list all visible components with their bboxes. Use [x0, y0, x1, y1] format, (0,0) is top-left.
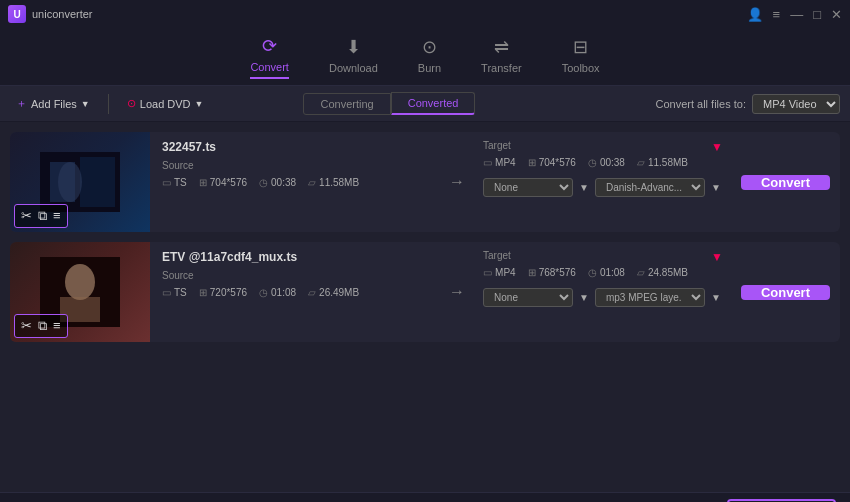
target-size-2: ▱ 24.85MB	[637, 267, 688, 278]
menu-icon[interactable]: ≡	[773, 7, 781, 22]
thumbnail-video-1	[40, 152, 120, 212]
transfer-nav-icon: ⇌	[494, 36, 509, 58]
audio-select-2[interactable]: mp3 MPEG laye...	[595, 288, 705, 307]
app-name: uniconverter	[32, 8, 93, 20]
file-info-1: 322457.ts Source ▭ TS ⊞ 704*576	[150, 132, 441, 232]
svg-point-3	[58, 162, 82, 202]
target-size-icon-2: ▱	[637, 267, 645, 278]
scissors-icon[interactable]: ✂	[19, 207, 34, 225]
size-icon-1: ▱	[308, 177, 316, 188]
target-codec-2: ▭ MP4	[483, 267, 516, 278]
nav-burn[interactable]: ⊙ Burn	[418, 36, 441, 78]
target-dropdown-2[interactable]: ▼	[711, 250, 723, 264]
source-row-2: ▭ TS ⊞ 720*576 ◷ 01:08 ▱	[162, 287, 359, 298]
add-files-arrow-icon: ▼	[81, 99, 90, 109]
subtitles-row-2: None ▼ mp3 MPEG laye... ▼	[483, 288, 721, 307]
load-dvd-button[interactable]: ⊙ Load DVD ▼	[121, 94, 210, 113]
target-size-1: ▱ 11.58MB	[637, 157, 688, 168]
dur-icon-1: ◷	[259, 177, 268, 188]
app-logo: U	[8, 5, 26, 23]
convert-button-2[interactable]: Convert	[741, 285, 830, 300]
title-bar-left: U uniconverter	[8, 5, 93, 23]
dvd-icon: ⊙	[127, 97, 136, 110]
nav-toolbox[interactable]: ⊟ Toolbox	[562, 36, 600, 78]
nav-download[interactable]: ⬇ Download	[329, 36, 378, 78]
title-bar: U uniconverter 👤 ≡ — □ ✕	[0, 0, 850, 28]
subtitles-row-1: None ▼ Danish-Advanc... ▼	[483, 178, 721, 197]
nav-convert-label: Convert	[250, 61, 289, 73]
close-icon[interactable]: ✕	[831, 7, 842, 22]
svg-rect-2	[80, 157, 115, 207]
adjust-icon-2[interactable]: ≡	[51, 317, 63, 335]
source-label-1: Source	[162, 160, 359, 171]
nav-toolbox-label: Toolbox	[562, 62, 600, 74]
size-icon-2: ▱	[308, 287, 316, 298]
file-name-2: ETV @11a7cdf4_mux.ts	[162, 250, 429, 264]
target-codec-1: ▭ MP4	[483, 157, 516, 168]
plus-icon: ＋	[16, 96, 27, 111]
convert-all-to: Convert all files to: MP4 Video	[655, 94, 839, 114]
load-dvd-arrow-icon: ▼	[195, 99, 204, 109]
toolbox-nav-icon: ⊟	[573, 36, 588, 58]
target-area-1: ▼ Target ▭ MP4 ⊞ 704*576 ◷ 00:38 ▱ 11.58…	[473, 132, 731, 232]
crop-icon-2[interactable]: ⧉	[36, 317, 49, 335]
target-label-1: Target	[483, 140, 721, 151]
thumbnail-area-2: ✂ ⧉ ≡	[10, 242, 150, 342]
file-item-2: ✂ ⧉ ≡ ETV @11a7cdf4_mux.ts Source ▭ TS ⊞	[10, 242, 840, 342]
target-dropdown-1[interactable]: ▼	[711, 140, 723, 154]
target-res-2: ⊞ 768*576	[528, 267, 576, 278]
user-icon[interactable]: 👤	[747, 7, 763, 22]
target-codec-icon-1: ▭	[483, 157, 492, 168]
target-res-icon-2: ⊞	[528, 267, 536, 278]
toolbar-separator	[108, 94, 109, 114]
arrow-2: →	[441, 242, 473, 342]
adjust-icon[interactable]: ≡	[51, 207, 63, 225]
target-res-icon-1: ⊞	[528, 157, 536, 168]
target-dur-2: ◷ 01:08	[588, 267, 625, 278]
target-codec-icon-2: ▭	[483, 267, 492, 278]
file-item: ✂ ⧉ ≡ 322457.ts Source ▭ TS ⊞	[10, 132, 840, 232]
source-size-2: ▱ 26.49MB	[308, 287, 359, 298]
minimize-icon[interactable]: —	[790, 7, 803, 22]
scissors-icon-2[interactable]: ✂	[19, 317, 34, 335]
maximize-icon[interactable]: □	[813, 7, 821, 22]
toolbar: ＋ Add Files ▼ ⊙ Load DVD ▼ Converting Co…	[0, 86, 850, 122]
convert-nav-icon: ⟳	[262, 35, 277, 57]
target-area-2: ▼ Target ▭ MP4 ⊞ 768*576 ◷ 01:08 ▱ 24.85…	[473, 242, 731, 342]
codec-icon-2: ▭	[162, 287, 171, 298]
target-row-1: ▭ MP4 ⊞ 704*576 ◷ 00:38 ▱ 11.58MB	[483, 157, 721, 168]
nav-bar: ⟳ Convert ⬇ Download ⊙ Burn ⇌ Transfer ⊟…	[0, 28, 850, 86]
title-bar-right: 👤 ≡ — □ ✕	[747, 7, 842, 22]
crop-icon[interactable]: ⧉	[36, 207, 49, 225]
bottom-bar: 🕐 ⚡ High Speed Conversion Merge All Vide…	[0, 492, 850, 502]
subtitle-select-1[interactable]: None	[483, 178, 573, 197]
nav-convert[interactable]: ⟳ Convert	[250, 35, 289, 79]
nav-transfer[interactable]: ⇌ Transfer	[481, 36, 522, 78]
format-select[interactable]: MP4 Video	[752, 94, 840, 114]
target-dur-icon-2: ◷	[588, 267, 597, 278]
target-label-2: Target	[483, 250, 721, 261]
burn-nav-icon: ⊙	[422, 36, 437, 58]
file-name-1: 322457.ts	[162, 140, 429, 154]
tab-converted[interactable]: Converted	[391, 92, 476, 115]
audio-select-1[interactable]: Danish-Advanc...	[595, 178, 705, 197]
file-meta-1: Source ▭ TS ⊞ 704*576 ◷ 00:38	[162, 160, 429, 188]
dur-icon-2: ◷	[259, 287, 268, 298]
add-files-label: Add Files	[31, 98, 77, 110]
convert-button-1[interactable]: Convert	[741, 175, 830, 190]
source-dur-1: ◷ 00:38	[259, 177, 296, 188]
source-row-1: ▭ TS ⊞ 704*576 ◷ 00:38 ▱	[162, 177, 359, 188]
target-size-icon-1: ▱	[637, 157, 645, 168]
target-dur-icon-1: ◷	[588, 157, 597, 168]
tab-converting[interactable]: Converting	[303, 93, 390, 115]
subtitle-select-2[interactable]: None	[483, 288, 573, 307]
res-icon-1: ⊞	[199, 177, 207, 188]
target-row-2: ▭ MP4 ⊞ 768*576 ◷ 01:08 ▱ 24.85MB	[483, 267, 721, 278]
res-icon-2: ⊞	[199, 287, 207, 298]
add-files-button[interactable]: ＋ Add Files ▼	[10, 93, 96, 114]
load-dvd-label: Load DVD	[140, 98, 191, 110]
source-codec-2: ▭ TS	[162, 287, 187, 298]
source-codec-1: ▭ TS	[162, 177, 187, 188]
source-size-1: ▱ 11.58MB	[308, 177, 359, 188]
target-res-1: ⊞ 704*576	[528, 157, 576, 168]
